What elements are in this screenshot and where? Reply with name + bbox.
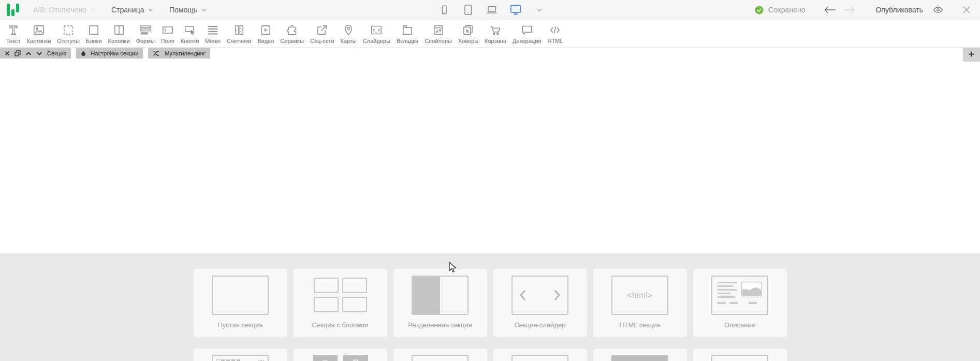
delete-section-icon[interactable] <box>5 51 10 56</box>
tool-label: Счетчики <box>227 38 251 44</box>
device-laptop-icon[interactable] <box>485 3 499 17</box>
template-card-description[interactable]: Описание <box>693 269 787 337</box>
check-circle-icon <box>754 5 764 15</box>
template-card-label: Разделенная секция <box>408 321 472 329</box>
tool-menu[interactable]: Меню <box>202 20 224 47</box>
template-card[interactable] <box>194 349 287 361</box>
section-settings-button[interactable]: Настройки секции <box>76 48 143 59</box>
template-card[interactable] <box>294 349 387 361</box>
move-section-up-icon[interactable] <box>25 51 32 56</box>
template-card[interactable] <box>593 349 687 361</box>
close-icon[interactable] <box>961 5 972 15</box>
description-thumbnail <box>693 269 787 321</box>
device-tablet-icon[interactable] <box>461 3 475 17</box>
brand-logo-icon[interactable] <box>7 4 20 16</box>
template-card-section-with-blocks[interactable]: Секция с блоками <box>294 269 387 337</box>
add-section-button[interactable] <box>963 48 980 62</box>
templates-row-1: Пустая секция Секция с блоками Разделенн… <box>0 269 980 337</box>
button-icon <box>183 23 197 37</box>
tool-hovers[interactable]: Ховеры <box>455 20 481 47</box>
ab-test-menu[interactable]: А/В: Отключено <box>33 0 96 20</box>
tool-social[interactable]: Соц-сети <box>307 20 337 47</box>
device-switcher <box>437 0 546 20</box>
tool-blocks[interactable]: Блоки <box>83 20 105 47</box>
redo-arrow-icon[interactable] <box>843 5 856 15</box>
tool-counters[interactable]: Счетчики <box>224 20 254 47</box>
header-bar-thumbnail <box>611 355 668 361</box>
field-icon <box>161 23 174 37</box>
paint-drop-icon <box>81 50 86 56</box>
template-card-label: Секция с блоками <box>312 321 368 329</box>
tool-maps[interactable]: Карты <box>337 20 359 47</box>
template-card[interactable] <box>693 349 787 361</box>
tool-decorations[interactable]: Декорации <box>509 20 544 47</box>
template-card-empty-section[interactable]: Пустая секция <box>194 269 287 337</box>
device-desktop-icon[interactable] <box>509 3 522 17</box>
templates-row-2 <box>0 349 980 361</box>
undo-arrow-icon[interactable] <box>824 5 836 15</box>
history-controls <box>824 5 856 15</box>
tool-forms[interactable]: Формы <box>133 20 158 47</box>
device-menu-chevron-icon[interactable] <box>533 3 546 17</box>
template-card-split-section[interactable]: Разделенная секция <box>393 269 487 337</box>
help-menu[interactable]: Помощь <box>169 0 207 20</box>
tool-label: Вкладки <box>397 38 418 44</box>
tool-images[interactable]: Картинки <box>24 20 54 47</box>
section-label: Секция <box>47 50 66 56</box>
video-icon <box>259 23 272 37</box>
multilanding-label: Мультилендинг <box>165 50 205 56</box>
chevron-down-icon <box>148 7 154 13</box>
page-menu[interactable]: Страница <box>111 0 154 20</box>
tool-spoilers[interactable]: Спойлеры <box>421 20 455 47</box>
chevron-down-icon <box>201 7 207 13</box>
split-section-thumbnail <box>393 269 487 321</box>
browser-window-thumbnail <box>212 355 269 361</box>
tool-cart[interactable]: Корзина <box>481 20 509 47</box>
page-menu-label: Страница <box>111 6 144 14</box>
tool-buttons[interactable]: Кнопки <box>178 20 202 47</box>
template-card-slider-section[interactable]: Секция-слайдер <box>493 269 587 337</box>
section-control-bar: Секция Настройки секции Мультилендинг <box>0 48 210 59</box>
editor-canvas[interactable] <box>0 48 980 253</box>
template-card-label: Пустая секция <box>217 321 262 329</box>
tool-services[interactable]: Сервисы <box>277 20 307 47</box>
code-icon <box>548 23 562 37</box>
tool-label: HTML <box>547 38 563 44</box>
tool-label: Кнопки <box>181 38 199 44</box>
multilanding-button[interactable]: Мультилендинг <box>148 48 210 59</box>
topbar: А/В: Отключено Страница Помощь <box>0 0 980 20</box>
html-placeholder-text: <html> <box>627 291 653 299</box>
preview-eye-icon[interactable] <box>931 5 945 15</box>
tool-label: Поля <box>161 38 174 44</box>
tool-video[interactable]: Видео <box>254 20 277 47</box>
cta-section-thumbnail <box>412 355 469 361</box>
tool-label: Соц-сети <box>310 38 334 44</box>
topbar-actions: Сохранено Опубликовать <box>754 0 972 20</box>
menu-icon <box>206 23 220 37</box>
spoiler-icon <box>432 23 445 37</box>
template-card-html-section[interactable]: <html> HTML секция <box>593 269 687 337</box>
tool-fields[interactable]: Поля <box>158 20 178 47</box>
tool-columns[interactable]: Колонки <box>105 20 133 47</box>
tool-label: Текст <box>6 38 21 44</box>
tool-label: Картинки <box>27 38 51 44</box>
tool-tabs[interactable]: Вкладки <box>393 20 421 47</box>
tool-label: Ховеры <box>458 38 478 44</box>
tool-label: Формы <box>136 38 155 44</box>
blocks-section-thumbnail <box>294 269 387 321</box>
tool-spacing[interactable]: Отступы <box>54 20 83 47</box>
tool-sliders[interactable]: Слайдеры <box>360 20 393 47</box>
cart-icon <box>489 23 502 37</box>
tool-text[interactable]: Текст <box>3 20 24 47</box>
template-card[interactable] <box>393 349 487 361</box>
publish-button[interactable]: Опубликовать <box>875 6 923 14</box>
tool-label: Сервисы <box>280 38 304 44</box>
move-section-down-icon[interactable] <box>36 51 42 56</box>
template-card[interactable] <box>493 349 587 361</box>
copy-section-icon[interactable] <box>14 50 21 56</box>
device-phone-icon[interactable] <box>437 3 451 17</box>
tool-label: Видео <box>257 38 274 44</box>
widgets-toolbar: Текст Картинки Отступы Блоки <box>0 20 980 48</box>
text-icon <box>7 23 20 37</box>
tool-html[interactable]: HTML <box>544 20 566 47</box>
